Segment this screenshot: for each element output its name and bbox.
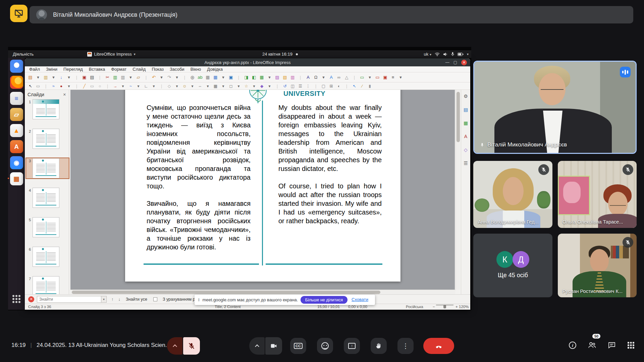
toolbar-icon[interactable]: ↖ [352,83,357,88]
toolbar-icon[interactable]: ▮ [367,83,373,88]
toolbar-icon[interactable]: ↷ [166,74,172,80]
people-button[interactable] [588,341,596,349]
camera-options-button[interactable] [249,337,265,355]
toolbar-icon[interactable]: ▭ [375,74,380,80]
toolbar-icon[interactable]: ◨ [244,74,249,80]
chat-button[interactable] [608,341,616,349]
toolbar-icon[interactable]: ◆ [259,83,265,88]
app-menu[interactable]: LibreOffice Impress ▾ [87,52,136,57]
toolbar-icon[interactable]: ▤ [28,74,33,80]
slide-thumbnail[interactable]: 4 [26,188,69,208]
toolbar-icon[interactable]: ☺ [182,83,187,88]
toolbar-icon[interactable]: △ [344,74,350,80]
toolbar-icon[interactable]: ▦ [205,74,211,80]
mic-toggle-button[interactable] [183,337,200,355]
toolbar-icon[interactable]: ▥ [43,74,49,80]
toolbar-icon[interactable]: ▱ [136,74,141,80]
toolbar-icon[interactable]: ▾ [236,83,241,88]
slide-thumbnail[interactable]: 1 [26,99,69,119]
hide-notice-link[interactable]: Сховати [352,297,368,302]
toolbar-icon[interactable]: | [105,83,110,88]
toolbar-icon[interactable]: ∕ [359,83,365,88]
toolbar-icon[interactable]: ✂ [105,74,110,80]
toolbar-icon[interactable]: ▾ [190,83,195,88]
more-options-button[interactable]: ⋮ [397,338,414,354]
menu-item[interactable]: Вставка [86,67,108,72]
toolbar-icon[interactable]: ▨ [274,74,280,80]
toolbar-icon[interactable]: ▾ [174,74,180,80]
toolbar-icon[interactable]: ◫ [290,83,296,88]
toolbar-icon[interactable]: | [274,83,280,88]
menu-item[interactable]: Перегляд [60,67,86,72]
find-previous-icon[interactable]: ↑ [111,297,114,302]
toolbar-icon[interactable]: | [182,74,187,80]
toolbar-icon[interactable]: ▾ [367,74,373,80]
toolbar-icon[interactable]: ▾ [51,74,56,80]
toolbar-icon[interactable]: Ω [313,74,319,80]
show-applications-button[interactable] [8,292,25,306]
dock-icon[interactable] [10,60,23,73]
toolbar-icon[interactable]: ▥ [120,74,126,80]
toolbar-icon[interactable]: | [313,83,319,88]
dock-icon[interactable]: ▦ [10,172,23,185]
toolbar-icon[interactable]: ▾ [205,83,211,88]
toolbar-icon[interactable]: | [236,74,241,80]
participant-tile[interactable]: Ольга Олексіївна Тарасе... [558,161,637,228]
toolbar-icon[interactable]: | [143,74,149,80]
toolbar-icon[interactable]: ▾ [128,74,133,80]
find-next-icon[interactable]: ↓ [118,297,121,302]
menu-item[interactable]: Слайд [129,67,149,72]
raise-hand-button[interactable] [371,338,387,354]
menu-item[interactable]: Зміни [43,67,60,72]
toolbar-icon[interactable]: ▾ [66,74,72,80]
slide-thumbnail[interactable]: 3 [26,158,69,178]
sidebar-icon[interactable]: ◇ [463,147,469,153]
toolbar-icon[interactable]: ○ [97,83,103,88]
toolbar-icon[interactable]: ▾ [251,83,257,88]
toolbar-icon[interactable]: ◐ [336,83,342,88]
zoom-in-button[interactable]: + [455,305,458,309]
dock-icon[interactable]: ▱ [10,108,23,121]
dock-icon[interactable] [10,76,23,89]
toolbar-icon[interactable]: ⊞ [328,83,334,88]
menu-item[interactable]: Показ [149,67,167,72]
stop-sharing-button[interactable]: Більше не ділитися [301,296,347,304]
activities-button[interactable]: Діяльність [13,52,34,57]
find-input[interactable] [37,296,101,303]
sidebar-icon[interactable]: ☰ [463,160,469,166]
sidebar-icon[interactable]: ▤ [463,107,469,113]
toolbar-icon[interactable]: ↓ [58,74,64,80]
toolbar-icon[interactable]: ▾ [120,83,126,88]
find-all-button[interactable]: Знайти усе [126,297,147,302]
find-dropdown-icon[interactable]: ▾ [101,296,107,303]
dock-icon[interactable]: ◉ [10,156,23,169]
toolbar-icon[interactable]: ▣ [382,74,388,80]
toolbar-icon[interactable]: ▾ [267,83,272,88]
toolbar-icon[interactable]: ▣ [228,74,234,80]
menu-item[interactable]: Формат [108,67,129,72]
dock-icon[interactable]: ▲ [10,124,23,137]
info-button[interactable]: i [569,342,576,349]
toolbar-icon[interactable]: ▾ [220,83,226,88]
reactions-button[interactable] [317,338,333,354]
toolbar-icon[interactable]: ▣ [82,74,87,80]
participant-tile-main[interactable]: Віталій Миколайович Андрєєв [473,61,637,154]
toolbar-icon[interactable]: ◻ [228,83,234,88]
toolbar-icon[interactable]: ▦ [213,83,218,88]
toolbar-icon[interactable]: ▾ [66,83,72,88]
toolbar-icon[interactable]: ↖ [28,83,33,88]
close-icon[interactable]: ✕ [63,93,66,97]
minimize-button[interactable]: — [445,60,449,65]
dock-icon[interactable]: ≡ [10,92,23,105]
dock-icon[interactable]: A [10,140,23,153]
zoom-level[interactable]: 120% [459,305,469,309]
sidebar-icon[interactable]: ⚙ [463,93,469,99]
close-button[interactable]: ✕ [461,60,467,65]
zoom-slider-knob[interactable] [443,305,446,308]
toolbar-icon[interactable]: | [43,83,49,88]
toolbar-icon[interactable]: ~ [128,83,133,88]
present-screen-button[interactable]: ↑ [344,338,360,354]
maximize-button[interactable]: ▢ [453,60,457,65]
close-find-icon[interactable]: ✕ [28,296,34,302]
language-status[interactable]: Російська [406,305,423,309]
